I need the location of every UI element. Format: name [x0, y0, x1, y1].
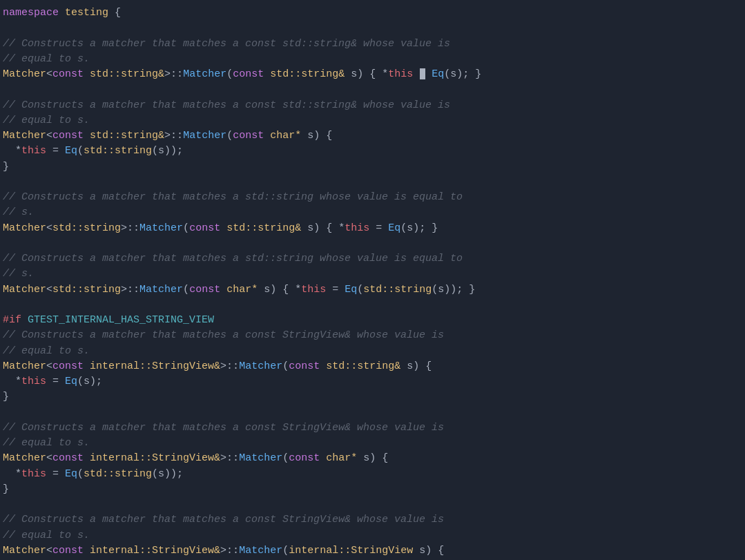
code-line: *this = Eq(std::string(s)); [3, 467, 742, 482]
code-segment: const [189, 284, 220, 296]
code-segment: testing [65, 7, 108, 19]
code-segment: ( [226, 68, 233, 80]
code-segment: > [164, 68, 171, 80]
code-segment: { [108, 7, 121, 19]
code-segment: this [301, 284, 326, 296]
code-segment: internal::StringView& [90, 360, 220, 372]
code-segment: Matcher [3, 284, 46, 296]
code-line [3, 236, 742, 251]
code-segment: ( [183, 284, 189, 296]
code-segment: :: [226, 360, 239, 372]
code-segment: char* [226, 284, 258, 296]
code-segment: * [3, 145, 21, 157]
code-segment: const [189, 222, 220, 234]
code-segment: char* [270, 130, 301, 142]
code-line: // Constructs a matcher that matches a c… [3, 37, 742, 52]
code-segment: Matcher [3, 360, 46, 372]
code-segment: (s); } [400, 222, 438, 234]
code-segment: char* [326, 452, 357, 464]
code-segment: const [233, 68, 264, 80]
code-segment: std::string& [326, 360, 400, 372]
code-segment: // Constructs a matcher that matches a c… [3, 514, 444, 525]
code-segment: (s)); } [432, 284, 475, 296]
code-line: } [3, 482, 742, 497]
code-segment: const [289, 452, 320, 464]
code-segment: ( [282, 360, 289, 372]
code-segment [425, 68, 432, 80]
code-line: Matcher<const internal::StringView&>::Ma… [3, 543, 742, 559]
code-segment: Matcher [239, 545, 282, 557]
code-line: Matcher<const internal::StringView&>::Ma… [3, 451, 742, 466]
code-segment: // Constructs a matcher that matches a c… [3, 422, 444, 434]
code-segment: ( [183, 222, 189, 234]
code-segment: > [220, 452, 226, 464]
code-segment: < [46, 222, 52, 234]
code-line: // equal to s. [3, 436, 742, 451]
code-segment: #if [3, 314, 21, 326]
code-line: // equal to s. [3, 344, 742, 359]
code-segment: s) { [400, 360, 432, 372]
code-segment: Matcher [139, 222, 183, 234]
code-segment [84, 452, 90, 464]
code-editor: namespace testing { // Constructs a matc… [0, 0, 745, 560]
code-segment: // Constructs a matcher that matches a s… [3, 191, 463, 203]
code-segment: s) { * [258, 284, 301, 296]
code-segment: = [369, 222, 388, 234]
code-segment: Matcher [3, 222, 46, 234]
code-line: Matcher<std::string>::Matcher(const char… [3, 282, 742, 298]
code-segment: s) { * [301, 222, 345, 234]
code-line [3, 405, 742, 421]
code-segment: std::string [52, 222, 121, 234]
code-segment: namespace [3, 7, 59, 19]
code-segment: < [46, 545, 52, 557]
code-segment: < [46, 68, 52, 80]
code-segment: internal::StringView& [90, 545, 220, 557]
code-segment [264, 68, 270, 80]
code-segment [21, 314, 28, 326]
code-line: } [3, 160, 742, 175]
code-segment: std::string [84, 145, 152, 157]
code-line [3, 82, 742, 97]
code-segment: GTEST_INTERNAL_HAS_STRING_VIEW [28, 314, 214, 326]
code-segment [84, 545, 90, 557]
code-segment: = [326, 284, 345, 296]
code-line: } [3, 389, 742, 405]
code-segment: } [3, 391, 9, 403]
code-segment: std::string& [270, 68, 345, 80]
code-segment: // Constructs a matcher that matches a c… [3, 99, 450, 111]
code-line: *this = Eq(std::string(s)); [3, 144, 742, 159]
code-segment: < [46, 284, 52, 296]
code-segment [84, 68, 90, 80]
code-segment: :: [171, 68, 183, 80]
code-segment: < [46, 452, 52, 464]
code-segment: ( [77, 468, 84, 480]
code-segment: ( [357, 284, 363, 296]
code-segment: > [121, 284, 127, 296]
code-segment: :: [171, 130, 183, 142]
code-segment: :: [127, 222, 139, 234]
code-segment: = [46, 376, 65, 387]
code-line: *this = Eq(s); [3, 374, 742, 389]
code-line: // equal to s. [3, 528, 742, 543]
code-line: // equal to s. [3, 113, 742, 128]
code-line: Matcher<const std::string&>::Matcher(con… [3, 67, 742, 82]
code-segment: Matcher [239, 452, 282, 464]
code-segment [59, 7, 65, 19]
code-segment: this [388, 68, 413, 80]
code-segment: ( [226, 130, 233, 142]
code-segment: std::string [84, 468, 152, 480]
code-segment [264, 130, 270, 142]
code-segment: // equal to s. [3, 53, 90, 65]
code-segment: // s. [3, 268, 34, 280]
code-segment: (s)); [152, 468, 183, 480]
code-segment: ( [282, 545, 289, 557]
code-line: Matcher<const std::string&>::Matcher(con… [3, 128, 742, 144]
code-segment: // Constructs a matcher that matches a s… [3, 253, 463, 264]
code-segment: const [52, 360, 84, 372]
code-segment: internal::StringView& [90, 452, 220, 464]
code-segment: ( [77, 145, 84, 157]
code-line: // s. [3, 267, 742, 282]
code-segment: s) { [357, 452, 388, 464]
code-segment: std::string& [90, 130, 164, 142]
code-segment: Eq [65, 376, 77, 387]
